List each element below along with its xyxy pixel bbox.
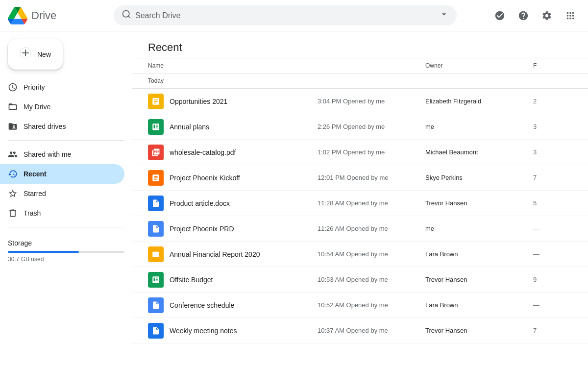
file-icon (148, 170, 164, 186)
shared-with-me-label: Shared with me (24, 150, 71, 158)
my-drive-label: My Drive (24, 103, 50, 111)
file-icon (148, 145, 164, 160)
file-name: Project Phoenix Kickoff (170, 174, 318, 182)
file-icon (148, 246, 164, 262)
table-row[interactable]: Product article.docx 11:28 AM Opened by … (132, 191, 588, 216)
plus-icon (20, 47, 31, 62)
file-icon (148, 196, 164, 211)
table-row[interactable]: Offsite Budget 10:53 AM Opened by me Tre… (132, 267, 588, 293)
col-owner-header: Owner (425, 62, 533, 69)
new-label: New (37, 50, 51, 58)
file-icon (148, 297, 164, 313)
shared-drives-icon (8, 122, 18, 131)
file-owner: Trevor Hansen (425, 276, 533, 283)
file-size: 5 (533, 199, 572, 207)
content-area: Recent Name Owner F Today Opportunities … (132, 31, 588, 392)
file-size: 7 (533, 327, 572, 334)
page-title: Recent (148, 41, 572, 54)
file-name: Annual plans (170, 123, 318, 131)
sidebar-item-recent[interactable]: Recent (0, 164, 124, 184)
file-owner: Michael Beaumont (425, 148, 533, 156)
file-name: Product article.docx (170, 199, 318, 207)
table-row[interactable]: Weekly meeting notes 10:37 AM Opened by … (132, 318, 588, 343)
table-header: Name Owner F (132, 58, 588, 74)
nav-divider-1 (8, 140, 124, 141)
file-owner: Elizabeth Fitzgerald (425, 98, 533, 105)
file-time: 11:28 AM Opened by me (318, 199, 416, 207)
storage-section: Storage 30.7 GB used (0, 231, 132, 267)
file-icon (148, 94, 164, 109)
file-name: Project Phoenix PRD (170, 225, 318, 233)
file-size: 3 (533, 148, 572, 156)
table-row[interactable]: Project Phoenix PRD 11:26 AM Opened by m… (132, 216, 588, 242)
priority-label: Priority (24, 83, 45, 91)
col-last-header: F (533, 62, 572, 69)
file-icon (148, 272, 164, 288)
file-owner: Lara Brown (425, 250, 533, 258)
account-check-icon[interactable] (490, 6, 510, 25)
apps-icon[interactable] (561, 6, 580, 25)
col-name-header: Name (148, 62, 425, 69)
file-owner: Skye Perkins (425, 174, 533, 181)
logo-area: Drive (8, 6, 106, 25)
content-header: Recent (132, 31, 588, 58)
shared-with-me-icon (8, 149, 18, 159)
file-size: 2 (533, 98, 572, 105)
new-button[interactable]: New (8, 39, 63, 70)
sidebar-item-shared-drives[interactable]: Shared drives (0, 117, 124, 136)
file-owner: Trevor Hansen (425, 199, 533, 207)
starred-icon (8, 189, 18, 198)
file-name: Opportunities 2021 (170, 98, 318, 105)
table-row[interactable]: Opportunities 2021 3:04 PM Opened by me … (132, 89, 588, 114)
sidebar-item-my-drive[interactable]: My Drive (0, 97, 124, 117)
file-list: Opportunities 2021 3:04 PM Opened by me … (132, 89, 588, 343)
file-time: 11:26 AM Opened by me (318, 225, 416, 232)
sidebar: New Priority My Drive (0, 31, 132, 392)
search-icon (122, 9, 131, 22)
recent-label: Recent (24, 170, 47, 178)
shared-drives-label: Shared drives (24, 122, 66, 130)
svg-rect-5 (152, 251, 159, 257)
file-time: 1:02 PM Opened by me (318, 148, 416, 156)
sidebar-item-trash[interactable]: Trash (0, 203, 124, 223)
file-name: Annual Financial Report 2020 (170, 250, 318, 258)
storage-label: Storage (8, 239, 124, 247)
settings-icon[interactable] (537, 6, 557, 25)
sidebar-item-shared-with-me[interactable]: Shared with me (0, 145, 124, 164)
file-owner: Trevor Hansen (425, 327, 533, 334)
file-time: 10:53 AM Opened by me (318, 276, 416, 283)
file-name: Offsite Budget (170, 276, 318, 284)
table-row[interactable]: Project Phoenix Kickoff 12:01 PM Opened … (132, 165, 588, 191)
file-time: 10:54 AM Opened by me (318, 250, 416, 258)
file-size: — (533, 250, 572, 258)
starred-label: Starred (24, 190, 46, 197)
svg-point-0 (123, 11, 129, 17)
header-icons (490, 6, 580, 25)
file-size: — (533, 225, 572, 232)
storage-bar-fill (8, 251, 79, 253)
help-icon[interactable] (514, 6, 533, 25)
table-row[interactable]: wholesale-catalog.pdf 1:02 PM Opened by … (132, 140, 588, 165)
search-bar[interactable] (114, 5, 457, 25)
file-owner: Lara Brown (425, 301, 533, 309)
file-name: wholesale-catalog.pdf (170, 148, 318, 156)
sidebar-item-priority[interactable]: Priority (0, 77, 124, 97)
my-drive-icon (8, 102, 18, 112)
file-size: 3 (533, 123, 572, 130)
file-size: — (533, 301, 572, 309)
file-time: 2:26 PM Opened by me (318, 123, 416, 130)
sidebar-item-starred[interactable]: Starred (0, 184, 124, 203)
search-dropdown-icon[interactable] (439, 9, 449, 22)
file-owner: me (425, 123, 533, 130)
table-row[interactable]: Annual Financial Report 2020 10:54 AM Op… (132, 242, 588, 267)
section-today: Today (132, 74, 588, 89)
svg-line-1 (128, 16, 130, 18)
header: Drive (0, 0, 588, 31)
file-time: 10:37 AM Opened by me (318, 327, 416, 334)
trash-label: Trash (24, 209, 41, 217)
table-row[interactable]: Annual plans 2:26 PM Opened by me me 3 (132, 114, 588, 140)
file-time: 12:01 PM Opened by me (318, 174, 416, 181)
table-row[interactable]: Conference schedule 10:52 AM Opened by m… (132, 293, 588, 318)
search-input[interactable] (135, 11, 435, 20)
app-title: Drive (31, 9, 56, 22)
